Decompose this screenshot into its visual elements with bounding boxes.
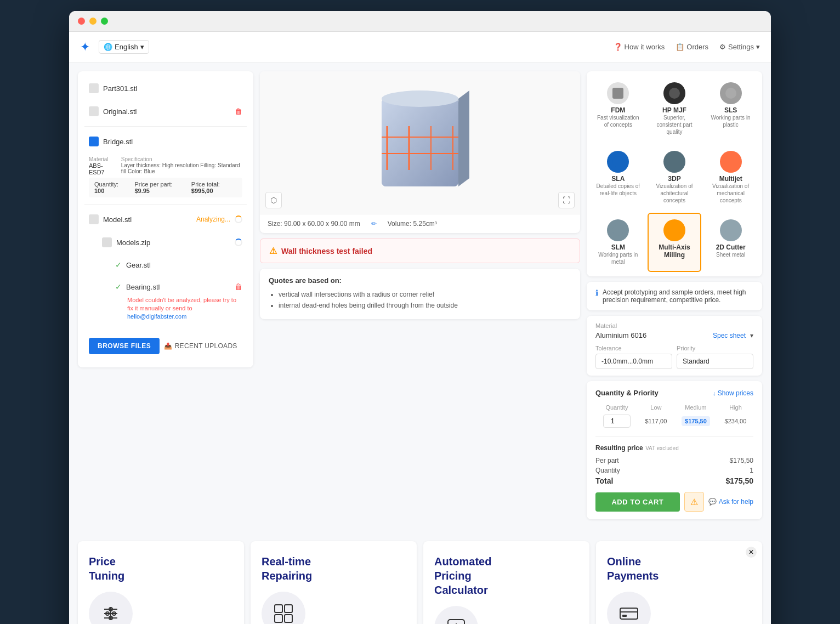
language-label: English	[115, 43, 138, 51]
per-part-value: $175,50	[730, 457, 753, 464]
settings-link[interactable]: ⚙ Settings ▾	[719, 43, 760, 51]
priority-select[interactable]: StandardExpressEconomy	[677, 354, 753, 369]
top-nav: ✦ 🌐 English ▾ ❓ How it works 📋 Orders ⚙	[69, 32, 771, 63]
slm-desc: Working parts in metal	[594, 251, 642, 265]
cart-warning-button[interactable]: ⚠	[684, 492, 704, 512]
bridge-detail: Material ABS-ESD7 Specification Layer th…	[84, 152, 247, 200]
browse-files-button[interactable]: BROWSE FILES	[89, 338, 160, 354]
tech-3dp[interactable]: 3DP Vizualization of achitectural concep…	[648, 144, 702, 211]
tech-sla[interactable]: SLA Detailed copies of real-life objects	[591, 144, 645, 211]
file-item-model[interactable]: Model.stl Analyzing...	[84, 209, 247, 230]
center-panel: ⬡ ⛶ Size: 90.00 x 60.00 x 90.00 mm ✏ Vol…	[253, 71, 587, 519]
material-dropdown-arrow[interactable]: ▾	[750, 332, 753, 339]
add-to-cart-button[interactable]: ADD TO CART	[595, 492, 680, 512]
3dp-desc: Vizualization of achitectural concepts	[651, 183, 699, 204]
tech-mam[interactable]: Multi-Axis Milling	[648, 213, 702, 272]
model-size-label: Size: 90.00 x 60.00 x 90.00 mm	[268, 220, 360, 228]
how-it-works-link[interactable]: ❓ How it works	[614, 43, 665, 51]
material-name: Aluminium 6016	[595, 331, 646, 339]
tolerance-select[interactable]: -10.0mm...0.0mm-5.0mm...0.0mm±0.5mm	[595, 354, 672, 369]
delete-original-button[interactable]: 🗑	[235, 107, 242, 116]
payments-icon	[607, 592, 651, 624]
tech-fdm[interactable]: FDM Fast visualization of concepts	[591, 76, 645, 142]
payments-title: OnlinePayments	[607, 554, 751, 583]
svg-rect-35	[620, 608, 638, 619]
realtime-title: Real-timeRepairing	[262, 554, 406, 583]
traffic-light-red[interactable]	[78, 18, 85, 25]
add-to-cart-row: ADD TO CART ⚠ 💬 Ask for help	[595, 492, 753, 512]
3dp-icon	[663, 151, 685, 173]
priority-group: Priority StandardExpressEconomy	[677, 345, 753, 369]
quote-item-1: vertical wall intersections with a radiu…	[279, 289, 571, 300]
ask-help-label: Ask for help	[719, 498, 753, 506]
tech-hpmjf[interactable]: HP MJF Superior, consistent part quality	[648, 76, 702, 142]
file-icon-model	[89, 214, 99, 224]
info-text: Accept prototyping and sample orders, me…	[603, 288, 753, 304]
fdm-icon	[607, 82, 629, 104]
tolerance-priority-row: Tolerance -10.0mm...0.0mm-5.0mm...0.0mm±…	[595, 345, 753, 369]
chevron-down-icon: ▾	[140, 43, 144, 51]
close-payments-button[interactable]: ✕	[746, 547, 757, 558]
file-icon-bridge	[89, 137, 99, 146]
tech-sls[interactable]: SLS Working parts in plastic	[703, 76, 758, 142]
upload-icon: 📤	[164, 342, 172, 350]
edit-size-icon[interactable]: ✏	[371, 220, 377, 228]
slm-name: SLM	[611, 243, 625, 251]
traffic-light-green[interactable]	[101, 18, 108, 25]
how-it-works-label: How it works	[625, 43, 665, 51]
file-list-panel: Part301.stl Original.stl 🗑 Bridge.stl	[78, 71, 253, 367]
model-viewer: ⬡ ⛶ Size: 90.00 x 60.00 x 90.00 mm ✏ Vol…	[260, 71, 580, 233]
feature-online-payments: ✕ OnlinePayments	[596, 541, 762, 624]
file-item-bridge[interactable]: Bridge.stl Material ABS-ESD7 Specificati…	[84, 131, 247, 200]
hpmjf-name: HP MJF	[662, 106, 686, 114]
quantity-input[interactable]	[603, 415, 631, 428]
model-overlay-button[interactable]: ⬡	[265, 192, 282, 208]
svg-rect-37	[622, 615, 627, 617]
orders-link[interactable]: 📋 Orders	[676, 43, 708, 51]
file-item-gear[interactable]: ✓ Gear.stl	[98, 255, 247, 275]
file-name-original: Original.stl	[103, 107, 230, 116]
tech-2dcutter[interactable]: 2D Cutter Sheet metal	[703, 213, 758, 272]
bridge-ppp: $9.95	[134, 188, 150, 194]
language-selector[interactable]: 🌐 English ▾	[99, 40, 149, 54]
file-item-bearing[interactable]: ✓ Bearing.stl 🗑 Model couldn't be analyz…	[98, 277, 247, 326]
qty-price-header: Quantity & Priority ↓ Show prices	[595, 389, 753, 397]
quotes-info: Quotes are based on: vertical wall inter…	[260, 269, 580, 319]
svg-rect-14	[668, 158, 680, 166]
file-item-models-zip[interactable]: Models.zip	[98, 232, 247, 253]
model-info: Size: 90.00 x 60.00 x 90.00 mm ✏ Volume:…	[260, 214, 580, 233]
recent-uploads-button[interactable]: 📤 RECENT UPLOADS	[164, 342, 237, 350]
recent-uploads-label: RECENT UPLOADS	[175, 342, 237, 350]
file-item-original[interactable]: Original.stl 🗑	[84, 101, 247, 122]
bearing-error-link[interactable]: hello@digifabster.com	[127, 313, 186, 320]
spec-sheet-link[interactable]: Spec sheet	[713, 332, 746, 339]
svg-rect-18	[672, 224, 677, 236]
tech-slm[interactable]: SLM Working parts in metal	[591, 213, 645, 272]
svg-point-13	[612, 156, 623, 167]
info-icon: ℹ	[595, 288, 598, 297]
price-tuning-title: PriceTuning	[89, 554, 233, 583]
traffic-light-yellow[interactable]	[89, 18, 97, 25]
sls-name: SLS	[724, 106, 737, 114]
realtime-icon	[262, 592, 305, 624]
resulting-price-title: Resulting price	[595, 444, 643, 452]
svg-rect-10	[612, 88, 623, 99]
show-bulk-prices-link[interactable]: ↓ Show prices	[713, 389, 753, 397]
multijet-name: Multijet	[719, 175, 742, 183]
model-expand-button[interactable]: ⛶	[558, 192, 575, 208]
qty-price-title: Quantity & Priority	[595, 389, 659, 397]
pb-total: Total $175,50	[595, 475, 753, 486]
warning-icon: ⚠	[690, 497, 698, 507]
file-item-part301[interactable]: Part301.stl	[84, 78, 247, 99]
material-select-row[interactable]: Aluminium 6016 Spec sheet ▾	[595, 331, 753, 339]
browser-chrome	[69, 11, 771, 32]
pb-quantity: Quantity 1	[595, 466, 753, 475]
ask-for-help-button[interactable]: 💬 Ask for help	[708, 498, 753, 506]
file-name-gear: Gear.stl	[126, 261, 242, 269]
tech-multijet[interactable]: Multijet Vizualization of mechanical con…	[703, 144, 758, 211]
3dp-name: 3DP	[668, 175, 680, 183]
model-3d-svg	[371, 82, 469, 203]
delete-bearing-button[interactable]: 🗑	[235, 282, 242, 291]
mam-name: Multi-Axis Milling	[651, 243, 699, 259]
svg-rect-19	[725, 229, 736, 232]
